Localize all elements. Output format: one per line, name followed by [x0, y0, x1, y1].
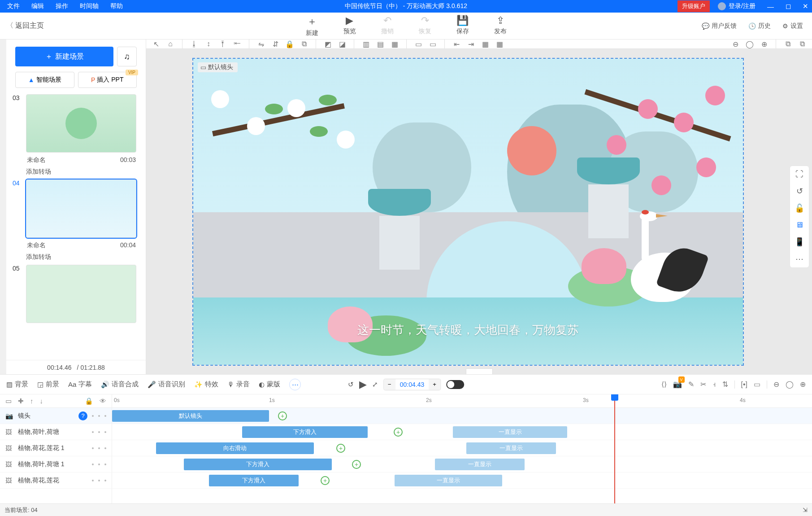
tab-tts[interactable]: 🔊语音合成 — [101, 380, 139, 389]
eye-icon[interactable]: 👁 — [100, 397, 106, 405]
tab-asr[interactable]: 🎤语音识别 — [148, 380, 185, 389]
tool-new[interactable]: ＋新建 — [306, 15, 318, 37]
help-icon[interactable]: ? — [78, 411, 87, 420]
tool-undo[interactable]: ↶撤销 — [381, 15, 394, 37]
add-transition-link[interactable]: 添加转场 — [26, 253, 137, 261]
track-row[interactable]: 🖼植物,荷叶,荷塘 1 — [0, 456, 112, 472]
collapse-all-icon[interactable]: ▭ — [5, 397, 12, 405]
new-scene-button[interactable]: ＋ 新建场景 — [15, 47, 113, 66]
tab-record[interactable]: 🎙录音 — [227, 380, 250, 389]
add-transition-link[interactable]: 添加转场 — [26, 168, 137, 176]
time-minus-button[interactable]: − — [384, 379, 395, 390]
track-row-camera[interactable]: 📷 镜头 ? — [0, 408, 112, 424]
menu-file[interactable]: 文件 — [7, 2, 20, 10]
home-icon[interactable]: ⌂ — [166, 40, 175, 48]
clip-default-shot[interactable]: 默认镜头 — [112, 410, 269, 422]
menu-edit[interactable]: 编辑 — [31, 2, 44, 10]
align-left-icon[interactable]: ⭰ — [233, 40, 242, 48]
tool-publish[interactable]: ⇪发布 — [494, 15, 507, 37]
history-button[interactable]: 🕓历史 — [748, 22, 771, 30]
align-center-icon[interactable]: ▦ — [390, 40, 399, 48]
mobile-preview-icon[interactable]: 📱 — [795, 237, 804, 247]
time-plus-button[interactable]: + — [429, 379, 440, 390]
playhead[interactable] — [614, 394, 615, 503]
track-row[interactable]: 🖼植物,荷花,莲花 — [0, 472, 112, 489]
add-track-icon[interactable]: ⊕ — [800, 380, 806, 389]
grid-icon[interactable]: ▦ — [481, 40, 490, 48]
spacing-h-icon[interactable]: ⇤ — [452, 40, 461, 48]
zoom-in-icon[interactable]: ⊕ — [760, 40, 769, 48]
track-lane[interactable]: 下方滑入 + 一直显示 — [112, 472, 812, 489]
track-lane[interactable]: 下方滑入 + 一直显示 — [112, 456, 812, 472]
clip[interactable]: 一直显示 — [466, 442, 556, 454]
arrange-icon[interactable]: ▭ — [414, 40, 423, 48]
import-ppt-button[interactable]: P 插入 PPT VIP — [78, 72, 137, 88]
align-bottom-icon[interactable]: ⭱ — [218, 40, 227, 48]
menu-help[interactable]: 帮助 — [110, 2, 123, 10]
paste-icon[interactable]: ⧉ — [798, 40, 807, 48]
scene-thumb-03[interactable] — [26, 94, 136, 153]
tab-foreground[interactable]: ◲前景 — [37, 380, 59, 389]
status-drag-icon[interactable]: ⇲ — [803, 507, 808, 513]
close-icon[interactable]: ✕ — [799, 2, 812, 10]
zoom-out-timeline-icon[interactable]: ⊖ — [773, 380, 779, 389]
desktop-preview-icon[interactable]: 🖥 — [795, 220, 803, 230]
smart-scene-button[interactable]: ▲ 智能场景 — [15, 72, 74, 88]
bracket-icon[interactable]: [•] — [741, 380, 748, 389]
feedback-button[interactable]: 💬用户反馈 — [702, 22, 737, 30]
edit-icon[interactable]: ✎ — [688, 380, 694, 389]
fullscreen-icon[interactable]: ⛶ — [795, 170, 803, 179]
restart-icon[interactable]: ↺ — [348, 380, 354, 389]
expand-icon[interactable]: ⤢ — [372, 380, 378, 389]
clip[interactable]: 向右滑动 — [156, 442, 314, 454]
add-clip-marker[interactable]: + — [352, 460, 361, 469]
add-clip-marker[interactable]: + — [278, 411, 287, 420]
clip[interactable]: 下方滑入 — [184, 459, 332, 470]
arrange2-icon[interactable]: ▭ — [428, 40, 437, 48]
tab-background[interactable]: ▨背景 — [6, 380, 28, 389]
camera-add-icon[interactable]: 📷V — [673, 380, 682, 389]
login-button[interactable]: 登录/注册 — [714, 2, 759, 10]
add-clip-marker[interactable]: + — [321, 476, 330, 485]
settings-button[interactable]: ⚙设置 — [782, 22, 803, 30]
track-row[interactable]: 🖼植物,荷花,莲花 1 — [0, 440, 112, 456]
lock-layers-icon[interactable]: 🔒 — [85, 397, 93, 405]
canvas[interactable]: 这一时节，天气转暖，大地回春，万物复苏 ▭ 默认镜头 — [192, 58, 744, 366]
menu-action[interactable]: 操作 — [56, 2, 68, 10]
more-tools-icon[interactable]: ⋯ — [795, 254, 803, 264]
play-button[interactable]: ▶ — [359, 379, 367, 390]
minimize-icon[interactable]: — — [764, 3, 777, 10]
spacing-v-icon[interactable]: ⇥ — [466, 40, 475, 48]
track-lane[interactable]: 下方滑入 + 一直显示 — [112, 424, 812, 440]
filter-icon[interactable]: ⫞ — [712, 380, 716, 389]
clip[interactable]: 一直显示 — [395, 475, 502, 486]
marker-icon[interactable]: ▭ — [754, 380, 760, 389]
time-ruler[interactable]: 0s 1s 2s 3s 4s — [112, 394, 812, 408]
track-row[interactable]: 🖼植物,荷叶,荷塘 — [0, 424, 112, 440]
add-clip-marker[interactable]: + — [394, 428, 403, 437]
copy-icon[interactable]: ⧉ — [783, 40, 792, 48]
zoom-out-icon[interactable]: ⊖ — [731, 40, 740, 48]
lock-icon[interactable]: 🔒 — [285, 40, 294, 48]
back-home-button[interactable]: 〈 返回主页 — [0, 21, 44, 31]
bring-front-icon[interactable]: ◩ — [323, 40, 332, 48]
layer-down-icon[interactable]: ↓ — [40, 397, 43, 405]
loop-toggle[interactable] — [446, 380, 464, 389]
scene-thumb-04[interactable] — [26, 179, 136, 238]
track-lane-camera[interactable]: 默认镜头 + — [112, 408, 812, 424]
flip-h-icon[interactable]: ⇋ — [256, 40, 265, 48]
pointer-tool-icon[interactable]: ↖ — [152, 40, 161, 48]
cut-icon[interactable]: ✂ — [700, 380, 706, 389]
layer-up-icon[interactable]: ↑ — [30, 397, 34, 405]
tool-redo[interactable]: ↷恢复 — [419, 15, 431, 37]
tabs-more-button[interactable]: ⋯ — [289, 379, 301, 390]
maximize-icon[interactable]: ◻ — [782, 2, 795, 10]
collapse-canvas-button[interactable]: ⌄ — [466, 368, 493, 374]
tool-preview[interactable]: ▶预览 — [343, 15, 356, 37]
clip[interactable]: 一直显示 — [453, 426, 567, 438]
distribute-h-icon[interactable]: ▥ — [361, 40, 370, 48]
unlock-icon[interactable]: 🔓 — [795, 203, 804, 213]
tab-mask[interactable]: ◐蒙版 — [259, 380, 280, 389]
zoom-fit-icon[interactable]: ◯ — [745, 40, 754, 48]
tab-effect[interactable]: ✨特效 — [194, 380, 218, 389]
